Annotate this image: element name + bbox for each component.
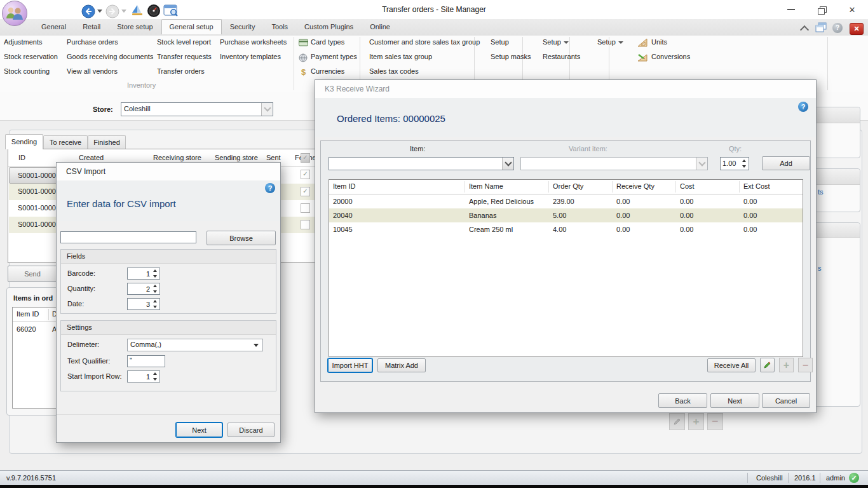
remove-line-button-disabled[interactable]: − xyxy=(798,358,813,372)
barcode-spinner[interactable]: 1 xyxy=(127,268,160,280)
add-line-button-disabled[interactable]: + xyxy=(779,358,794,372)
spin-down-icon[interactable] xyxy=(151,377,159,383)
ribbon-item-sales-tax-codes[interactable]: Sales tax codes xyxy=(369,67,419,75)
remove-button-disabled[interactable]: − xyxy=(707,413,723,430)
ribbon-item-card-types[interactable]: Card types xyxy=(311,38,344,46)
item-combobox[interactable] xyxy=(329,157,514,170)
qty-spinner[interactable]: 1.00 xyxy=(720,157,749,170)
order-id-cell[interactable]: S0001-0000 xyxy=(18,187,56,195)
ribbon-item-setup-3[interactable]: Setup xyxy=(597,38,623,46)
edit-line-button[interactable] xyxy=(760,358,775,372)
col-header-sending-store[interactable]: Sending store xyxy=(215,154,258,161)
ribbon-item-currencies[interactable]: Currencies xyxy=(311,67,344,75)
quantity-spinner[interactable]: 2 xyxy=(127,283,160,295)
restore-button[interactable] xyxy=(811,3,832,17)
wizard-next-button[interactable]: Next xyxy=(710,393,759,408)
ribbon-item-setup-2[interactable]: Setup xyxy=(543,38,569,46)
text-qualifier-input[interactable]: " xyxy=(127,355,165,367)
col-header-receive-qty[interactable]: Receive Qty xyxy=(616,182,654,190)
fetched-checkbox[interactable] xyxy=(301,203,310,213)
table-row[interactable]: 10045 Cream 250 ml 4.00 0.00 0.00 0.00 xyxy=(329,222,803,236)
forward-history-caret-icon[interactable] xyxy=(121,10,126,13)
minimize-button[interactable] xyxy=(780,3,802,17)
import-hht-button[interactable]: Import HHT xyxy=(328,358,372,372)
csv-discard-button[interactable]: Discard xyxy=(227,423,275,437)
sail-icon[interactable] xyxy=(130,4,144,19)
spin-up-icon[interactable] xyxy=(151,299,159,304)
ribbon-item-restaurants[interactable]: Restaurants xyxy=(543,53,580,60)
receive-all-button[interactable]: Receive All xyxy=(707,358,756,372)
col-header-order-qty[interactable]: Order Qty xyxy=(553,182,583,190)
ribbon-item-purchase-orders[interactable]: Purchase orders xyxy=(67,38,118,46)
col-header-created[interactable]: Created xyxy=(79,154,104,161)
tab-security[interactable]: Security xyxy=(222,19,264,34)
spin-down-icon[interactable] xyxy=(740,164,748,170)
col-header-ext-cost[interactable]: Ext Cost xyxy=(743,182,770,190)
tab-general[interactable]: General xyxy=(33,19,74,34)
ribbon-help-icon[interactable]: ? xyxy=(832,23,843,33)
windows-stack-icon[interactable] xyxy=(815,22,827,34)
variant-dropdown-icon[interactable] xyxy=(696,158,707,170)
ribbon-item-setup-masks[interactable]: Setup masks xyxy=(491,53,531,60)
csv-file-input[interactable] xyxy=(60,231,196,243)
dashboard-gauge-icon[interactable] xyxy=(147,4,161,19)
ribbon-item-customer-store-sales-tax-group[interactable]: Customer and store sales tax group xyxy=(369,38,480,46)
table-row-selected[interactable]: 20040 Bananas 5.00 0.00 0.00 0.00 xyxy=(329,208,803,222)
col-header-cost[interactable]: Cost xyxy=(680,182,695,190)
ribbon-item-stock-counting[interactable]: Stock counting xyxy=(4,67,50,75)
wizard-back-button[interactable]: Back xyxy=(658,393,707,408)
ribbon-item-item-sales-tax-group[interactable]: Item sales tax group xyxy=(369,53,432,60)
ribbon-item-adjustments[interactable]: Adjustments xyxy=(4,38,43,46)
send-button[interactable]: Send xyxy=(8,266,57,282)
table-row[interactable]: 20000 Apple, Red Delicious 239.00 0.00 0… xyxy=(329,194,803,208)
ribbon-item-transfer-orders[interactable]: Transfer orders xyxy=(157,67,205,75)
back-button-icon[interactable] xyxy=(81,4,95,20)
item-dropdown-icon[interactable] xyxy=(502,158,513,170)
back-history-caret-icon[interactable] xyxy=(97,10,102,13)
ribbon-item-setup-1[interactable]: Setup xyxy=(491,38,509,46)
col-header-id[interactable]: ID xyxy=(18,154,25,161)
spin-down-icon[interactable] xyxy=(151,274,159,280)
forward-button-icon[interactable] xyxy=(105,4,119,20)
help-icon[interactable]: ? xyxy=(798,102,808,112)
col-header-item-name[interactable]: Item Name xyxy=(469,182,503,190)
order-id-cell[interactable]: S0001-0000 xyxy=(18,204,56,212)
ribbon-item-inventory-templates[interactable]: Inventory templates xyxy=(220,53,281,60)
store-combobox-dropdown-icon[interactable] xyxy=(261,103,273,116)
add-button-disabled[interactable]: + xyxy=(688,413,704,430)
delimiter-combobox[interactable]: Comma(,) xyxy=(127,339,263,351)
wizard-cancel-button[interactable]: Cancel xyxy=(762,393,810,408)
exit-button-icon[interactable]: ✕ xyxy=(850,23,864,35)
ribbon-item-goods-receiving-documents[interactable]: Goods receiving documents xyxy=(67,53,153,60)
ribbon-item-transfer-requests[interactable]: Transfer requests xyxy=(157,53,212,60)
col-header-item-id[interactable]: Item ID xyxy=(17,310,39,318)
ribbon-item-units[interactable]: Units xyxy=(651,38,667,46)
csv-next-button[interactable]: Next xyxy=(176,423,222,437)
select-all-checkbox[interactable]: ✓ xyxy=(301,153,310,163)
view-tab-to-receive[interactable]: To receive xyxy=(43,135,88,149)
spin-up-icon[interactable] xyxy=(151,283,159,289)
view-tab-sending[interactable]: Sending xyxy=(5,134,43,149)
spin-up-icon[interactable] xyxy=(740,158,748,164)
user-avatar-icon[interactable] xyxy=(2,1,27,26)
date-spinner[interactable]: 3 xyxy=(127,298,160,310)
ribbon-item-stock-reservation[interactable]: Stock reservation xyxy=(4,53,58,60)
fetched-checkbox[interactable]: ✓ xyxy=(301,187,310,196)
tab-online[interactable]: Online xyxy=(362,19,398,34)
store-combobox[interactable]: Coleshill xyxy=(121,102,273,116)
start-import-row-spinner[interactable]: 1 xyxy=(127,370,160,383)
spin-up-icon[interactable] xyxy=(151,371,159,377)
col-header-sent[interactable]: Sent xyxy=(266,154,281,161)
ribbon-item-view-all-vendors[interactable]: View all vendors xyxy=(67,67,118,75)
add-button[interactable]: Add xyxy=(762,156,810,170)
tab-custom-plugins[interactable]: Custom Plugins xyxy=(296,19,362,34)
tab-tools[interactable]: Tools xyxy=(263,19,296,34)
fetched-checkbox[interactable]: ✓ xyxy=(301,170,310,179)
col-header-item-id[interactable]: Item ID xyxy=(333,182,355,190)
fetched-checkbox[interactable] xyxy=(301,220,310,229)
view-tab-finished[interactable]: Finished xyxy=(88,135,126,149)
window-search-icon[interactable] xyxy=(163,4,179,18)
spin-down-icon[interactable] xyxy=(151,304,159,310)
tab-retail[interactable]: Retail xyxy=(74,19,109,34)
ribbon-item-purchase-worksheets[interactable]: Purchase worksheets xyxy=(220,38,287,46)
